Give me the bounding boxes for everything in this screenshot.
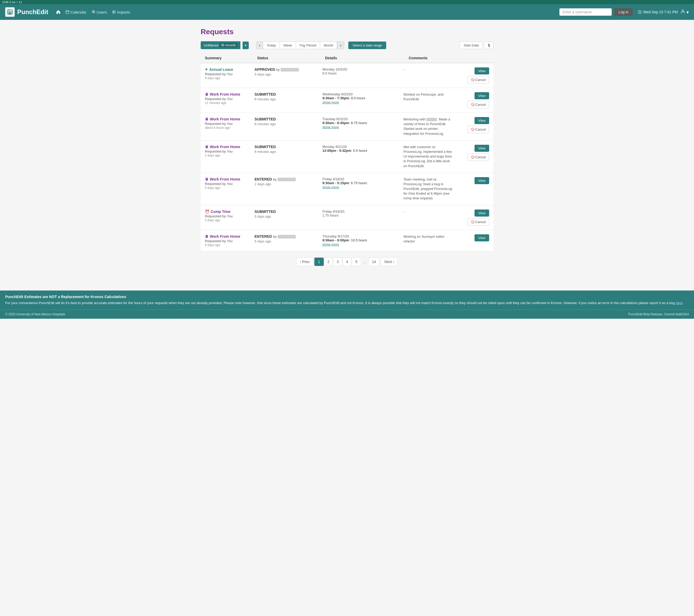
page-number-button[interactable]: 4: [342, 258, 352, 266]
username-search[interactable]: [560, 8, 612, 16]
actions-col: View🚫Cancel: [459, 92, 489, 108]
datetime-display: Wed Sep 23 7:41 PM: [638, 10, 678, 14]
status-line: APPROVED by: [255, 68, 323, 72]
cancel-button[interactable]: 🚫Cancel: [468, 101, 489, 108]
status-col: SUBMITTED 8 minutes ago: [255, 92, 323, 105]
actions-col: View🚫Cancel: [459, 145, 489, 161]
view-button[interactable]: View: [475, 68, 489, 74]
cancel-button[interactable]: 🚫Cancel: [468, 126, 489, 133]
header-right: Log in Wed Sep 23 7:41 PM ▾: [560, 8, 689, 16]
show-more-link[interactable]: show more: [323, 125, 339, 129]
page-number-button[interactable]: 14: [368, 258, 380, 266]
main-content: Requests Unfiltered 96 records ▾ ‹ Today…: [196, 20, 498, 280]
actions-col: View🚫Cancel: [459, 117, 489, 133]
nav-imports[interactable]: Imports: [112, 10, 130, 14]
footer-notice-link[interactable]: here: [676, 301, 682, 305]
comments-text: Met with customer re: ProcessLog, implem…: [403, 145, 452, 168]
sort-label-button[interactable]: Start Date: [460, 41, 483, 49]
summary-col: 🖥 Work From Home Requested by You 6 days…: [205, 234, 255, 247]
page-number-button[interactable]: 1: [314, 258, 324, 266]
status-line: ENTERED by: [255, 234, 323, 239]
status-text: ENTERED: [255, 177, 272, 181]
cancel-button[interactable]: 🚫Cancel: [468, 153, 489, 161]
table-row: 🖥 Work From Home Requested by You 2 days…: [201, 141, 493, 173]
status-line: ENTERED by: [255, 177, 323, 181]
nav-month-button[interactable]: Month: [320, 41, 337, 49]
cancel-button[interactable]: 🚫Cancel: [468, 218, 489, 226]
row-data: 🖥 Work From Home Requested by You 11 min…: [205, 92, 456, 105]
nav-pay-period-button[interactable]: Pay Period: [296, 41, 321, 49]
col-summary: Summary: [205, 56, 257, 60]
next-page-button[interactable]: Next ›: [381, 258, 398, 266]
view-button[interactable]: View: [475, 234, 489, 241]
nav-next-button[interactable]: ›: [337, 41, 344, 49]
nav-prev-button[interactable]: ‹: [256, 41, 263, 49]
login-button[interactable]: Log in: [614, 8, 633, 16]
svg-rect-4: [66, 11, 69, 14]
view-button[interactable]: View: [475, 209, 489, 217]
footer-notice: PunchEdit Estimates are NOT a Replacemen…: [0, 291, 694, 310]
requested-by: Requested by You: [205, 214, 255, 218]
details-time-range: 9:36am - 9:00pm: 10.5 hours: [323, 238, 403, 242]
row-title: ⏰ Comp Time: [205, 209, 255, 214]
nav-calendar-label: Calendar: [71, 10, 87, 14]
col-status: Status: [257, 56, 325, 60]
nav-week-button[interactable]: Week: [280, 41, 296, 49]
debug-timing: 1548.3 ms × 11: [2, 1, 22, 4]
date-range-button[interactable]: Select a date range: [348, 41, 386, 49]
table-row: ⏰ Comp Time Requested by You 5 days ago …: [201, 205, 493, 230]
page-number-button[interactable]: 3: [333, 258, 342, 266]
view-button[interactable]: View: [475, 177, 489, 184]
sort-icon-button[interactable]: ⇅: [485, 41, 493, 49]
footer-notice-italic: However, if you notice an error in the c…: [563, 301, 675, 305]
show-more-link[interactable]: show more: [323, 100, 339, 104]
nav-home[interactable]: [56, 10, 60, 14]
comments-text: Team meeting, met re: ProcessLog, fixed …: [403, 178, 452, 200]
user-menu-icon[interactable]: ▾: [680, 9, 689, 15]
nav-today-button[interactable]: Today: [263, 41, 280, 49]
page-number-button[interactable]: 5: [352, 258, 361, 266]
status-line: SUBMITTED: [255, 117, 323, 121]
logo-link[interactable]: PunchEdit: [5, 7, 48, 17]
time-ago: 9 days ago: [205, 76, 255, 80]
status-col: SUBMITTED 8 minutes ago: [255, 145, 323, 168]
details-col: Wednesday 9/23/209:30am - 7:30pm: 9.0 ho…: [323, 92, 403, 105]
status-col: APPROVED by 5 days ago: [255, 68, 323, 80]
nav-users[interactable]: Users: [92, 10, 107, 14]
details-time-range: 9:30am - 7:30pm: 9.0 hours: [323, 96, 403, 100]
logo-icon: [5, 7, 15, 17]
footer-version: PunchEdit Beta Release, Commit fed823b3: [628, 313, 689, 316]
comments-col: Met with customer re: ProcessLog, implem…: [403, 145, 456, 168]
row-title: 🖥 Work From Home: [205, 177, 255, 181]
page-dots: ...: [361, 258, 368, 266]
status-time: 5 days ago: [255, 214, 323, 218]
svg-point-15: [682, 10, 683, 12]
comments-col: Worked on Periscope, and PunchEdit: [403, 92, 456, 105]
filter-button[interactable]: Unfiltered 96 records: [201, 41, 240, 49]
prev-page-button[interactable]: ‹ Prev: [296, 258, 313, 266]
status-col: SUBMITTED 5 days ago: [255, 209, 323, 222]
requested-by: Requested by You: [205, 182, 255, 186]
status-text: SUBMITTED: [255, 92, 276, 96]
filter-dropdown-button[interactable]: ▾: [242, 41, 249, 49]
show-more-link[interactable]: show more: [323, 185, 339, 189]
cancel-button[interactable]: 🚫Cancel: [468, 76, 489, 83]
status-text: SUBMITTED: [255, 145, 276, 149]
nav-users-label: Users: [97, 10, 107, 14]
status-by-redacted: [277, 235, 296, 239]
time-ago: 6 days ago: [205, 243, 255, 247]
header: PunchEdit Calendar Users Imports Log in …: [0, 4, 694, 20]
status-by-redacted: [281, 68, 299, 72]
status-text: ENTERED: [255, 234, 272, 239]
page-number-button[interactable]: 2: [324, 258, 333, 266]
nav-calendar[interactable]: Calendar: [66, 10, 87, 14]
footer-notice-suffix: .: [682, 301, 683, 305]
view-button[interactable]: View: [475, 145, 489, 152]
requested-by: Requested by You: [205, 97, 255, 101]
view-button[interactable]: View: [475, 92, 489, 99]
col-details: Details: [325, 56, 409, 60]
details-date: Wednesday 9/23/20: [323, 92, 403, 96]
view-button[interactable]: View: [475, 117, 489, 124]
type-icon: 🖥: [205, 234, 208, 239]
show-more-link[interactable]: show more: [323, 242, 339, 246]
